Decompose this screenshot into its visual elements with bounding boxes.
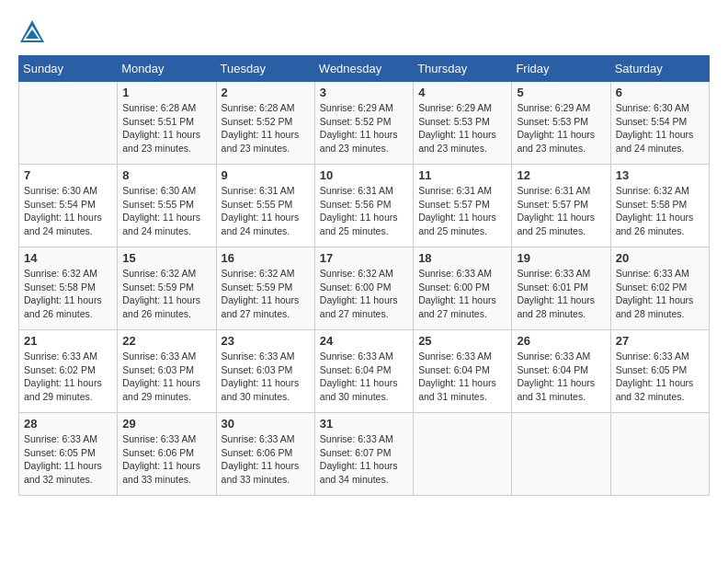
day-number: 15: [122, 251, 210, 265]
day-number: 20: [616, 251, 704, 265]
calendar-cell: 16Sunrise: 6:32 AMSunset: 5:59 PMDayligh…: [216, 247, 314, 330]
day-number: 21: [24, 334, 112, 348]
day-number: 5: [517, 86, 605, 99]
calendar-cell: 20Sunrise: 6:33 AMSunset: 6:02 PMDayligh…: [610, 247, 709, 330]
day-number: 17: [320, 251, 408, 265]
day-info: Sunrise: 6:30 AMSunset: 5:55 PMDaylight:…: [122, 184, 210, 238]
calendar-cell: 2Sunrise: 6:28 AMSunset: 5:52 PMDaylight…: [216, 82, 314, 165]
day-info: Sunrise: 6:31 AMSunset: 5:56 PMDaylight:…: [320, 184, 408, 238]
calendar-cell: 12Sunrise: 6:31 AMSunset: 5:57 PMDayligh…: [512, 165, 610, 247]
calendar-cell: 23Sunrise: 6:33 AMSunset: 6:03 PMDayligh…: [216, 330, 314, 413]
day-number: 1: [122, 86, 210, 99]
day-info: Sunrise: 6:33 AMSunset: 6:05 PMDaylight:…: [24, 432, 112, 487]
calendar-cell: 26Sunrise: 6:33 AMSunset: 6:04 PMDayligh…: [512, 330, 610, 413]
day-info: Sunrise: 6:33 AMSunset: 6:06 PMDaylight:…: [122, 432, 210, 487]
day-info: Sunrise: 6:33 AMSunset: 6:07 PMDaylight:…: [320, 432, 408, 487]
day-info: Sunrise: 6:33 AMSunset: 6:03 PMDaylight:…: [122, 350, 210, 404]
day-number: 11: [418, 168, 506, 182]
day-info: Sunrise: 6:33 AMSunset: 6:04 PMDaylight:…: [418, 350, 506, 404]
calendar-cell: [610, 413, 709, 496]
day-info: Sunrise: 6:31 AMSunset: 5:57 PMDaylight:…: [517, 184, 605, 238]
calendar-cell: 4Sunrise: 6:29 AMSunset: 5:53 PMDaylight…: [414, 82, 512, 165]
day-info: Sunrise: 6:33 AMSunset: 6:02 PMDaylight:…: [616, 267, 704, 321]
day-number: 4: [418, 86, 506, 99]
day-info: Sunrise: 6:29 AMSunset: 5:53 PMDaylight:…: [418, 101, 506, 155]
day-info: Sunrise: 6:31 AMSunset: 5:57 PMDaylight:…: [418, 184, 506, 238]
day-info: Sunrise: 6:31 AMSunset: 5:55 PMDaylight:…: [222, 184, 310, 238]
week-row-2: 7Sunrise: 6:30 AMSunset: 5:54 PMDaylight…: [19, 165, 710, 247]
week-row-3: 14Sunrise: 6:32 AMSunset: 5:58 PMDayligh…: [19, 247, 710, 330]
calendar-cell: 18Sunrise: 6:33 AMSunset: 6:00 PMDayligh…: [414, 247, 512, 330]
calendar-cell: 31Sunrise: 6:33 AMSunset: 6:07 PMDayligh…: [314, 413, 413, 496]
day-number: 22: [122, 334, 210, 348]
calendar-cell: 27Sunrise: 6:33 AMSunset: 6:05 PMDayligh…: [610, 330, 709, 413]
calendar-table: SundayMondayTuesdayWednesdayThursdayFrid…: [18, 55, 710, 496]
header-row: SundayMondayTuesdayWednesdayThursdayFrid…: [19, 56, 710, 82]
day-info: Sunrise: 6:33 AMSunset: 6:04 PMDaylight:…: [517, 350, 605, 404]
calendar-cell: 15Sunrise: 6:32 AMSunset: 5:59 PMDayligh…: [118, 247, 216, 330]
day-info: Sunrise: 6:32 AMSunset: 5:59 PMDaylight:…: [222, 267, 310, 321]
calendar-cell: [19, 82, 118, 165]
header-day-friday: Friday: [512, 56, 610, 82]
day-number: 29: [122, 417, 210, 431]
day-number: 8: [122, 168, 210, 182]
logo-icon: [18, 18, 46, 46]
day-info: Sunrise: 6:33 AMSunset: 6:01 PMDaylight:…: [517, 267, 605, 321]
calendar-header: SundayMondayTuesdayWednesdayThursdayFrid…: [19, 56, 710, 82]
day-number: 16: [222, 251, 310, 265]
calendar-cell: 8Sunrise: 6:30 AMSunset: 5:55 PMDaylight…: [118, 165, 216, 247]
header-day-saturday: Saturday: [610, 56, 709, 82]
day-number: 14: [24, 251, 112, 265]
calendar-cell: 3Sunrise: 6:29 AMSunset: 5:52 PMDaylight…: [314, 82, 413, 165]
calendar-cell: 25Sunrise: 6:33 AMSunset: 6:04 PMDayligh…: [414, 330, 512, 413]
calendar-cell: 9Sunrise: 6:31 AMSunset: 5:55 PMDaylight…: [216, 165, 314, 247]
week-row-4: 21Sunrise: 6:33 AMSunset: 6:02 PMDayligh…: [19, 330, 710, 413]
calendar-cell: [414, 413, 512, 496]
day-number: 23: [222, 334, 310, 348]
header-day-tuesday: Tuesday: [216, 56, 314, 82]
calendar-cell: 1Sunrise: 6:28 AMSunset: 5:51 PMDaylight…: [118, 82, 216, 165]
day-info: Sunrise: 6:33 AMSunset: 6:00 PMDaylight:…: [418, 267, 506, 321]
day-number: 3: [320, 86, 408, 99]
week-row-1: 1Sunrise: 6:28 AMSunset: 5:51 PMDaylight…: [19, 82, 710, 165]
day-info: Sunrise: 6:32 AMSunset: 5:58 PMDaylight:…: [616, 184, 704, 238]
day-number: 26: [517, 334, 605, 348]
calendar-cell: 24Sunrise: 6:33 AMSunset: 6:04 PMDayligh…: [314, 330, 413, 413]
calendar-cell: 22Sunrise: 6:33 AMSunset: 6:03 PMDayligh…: [118, 330, 216, 413]
week-row-5: 28Sunrise: 6:33 AMSunset: 6:05 PMDayligh…: [19, 413, 710, 496]
day-number: 30: [222, 417, 310, 431]
day-number: 25: [418, 334, 506, 348]
logo: [18, 18, 50, 46]
day-number: 19: [517, 251, 605, 265]
day-number: 31: [320, 417, 408, 431]
day-info: Sunrise: 6:32 AMSunset: 5:58 PMDaylight:…: [24, 267, 112, 321]
day-number: 24: [320, 334, 408, 348]
day-info: Sunrise: 6:33 AMSunset: 6:04 PMDaylight:…: [320, 350, 408, 404]
calendar-cell: 6Sunrise: 6:30 AMSunset: 5:54 PMDaylight…: [610, 82, 709, 165]
calendar-cell: 17Sunrise: 6:32 AMSunset: 6:00 PMDayligh…: [314, 247, 413, 330]
header-day-wednesday: Wednesday: [314, 56, 413, 82]
calendar-cell: 13Sunrise: 6:32 AMSunset: 5:58 PMDayligh…: [610, 165, 709, 247]
day-info: Sunrise: 6:30 AMSunset: 5:54 PMDaylight:…: [24, 184, 112, 238]
day-info: Sunrise: 6:33 AMSunset: 6:06 PMDaylight:…: [222, 432, 310, 487]
day-number: 10: [320, 168, 408, 182]
calendar-cell: 5Sunrise: 6:29 AMSunset: 5:53 PMDaylight…: [512, 82, 610, 165]
calendar-cell: [512, 413, 610, 496]
day-number: 27: [616, 334, 704, 348]
calendar-cell: 11Sunrise: 6:31 AMSunset: 5:57 PMDayligh…: [414, 165, 512, 247]
header: [18, 18, 710, 46]
header-day-monday: Monday: [118, 56, 216, 82]
day-info: Sunrise: 6:33 AMSunset: 6:02 PMDaylight:…: [24, 350, 112, 404]
calendar-cell: 29Sunrise: 6:33 AMSunset: 6:06 PMDayligh…: [118, 413, 216, 496]
calendar-body: 1Sunrise: 6:28 AMSunset: 5:51 PMDaylight…: [19, 82, 710, 496]
day-info: Sunrise: 6:33 AMSunset: 6:05 PMDaylight:…: [616, 350, 704, 404]
day-info: Sunrise: 6:33 AMSunset: 6:03 PMDaylight:…: [222, 350, 310, 404]
day-number: 18: [418, 251, 506, 265]
calendar-cell: 10Sunrise: 6:31 AMSunset: 5:56 PMDayligh…: [314, 165, 413, 247]
calendar-cell: 21Sunrise: 6:33 AMSunset: 6:02 PMDayligh…: [19, 330, 118, 413]
day-number: 13: [616, 168, 704, 182]
header-day-thursday: Thursday: [414, 56, 512, 82]
day-info: Sunrise: 6:28 AMSunset: 5:51 PMDaylight:…: [122, 101, 210, 155]
day-number: 7: [24, 168, 112, 182]
calendar-cell: 30Sunrise: 6:33 AMSunset: 6:06 PMDayligh…: [216, 413, 314, 496]
